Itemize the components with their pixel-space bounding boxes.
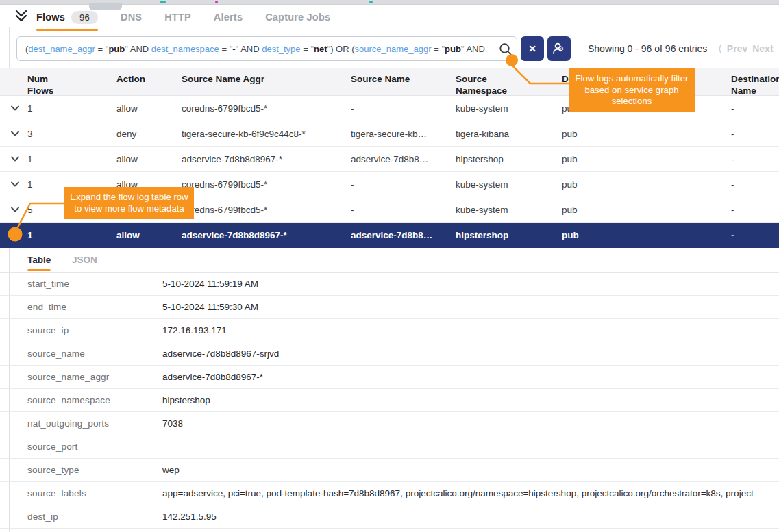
row-expander-chevron-icon[interactable] [11, 172, 19, 197]
detail-row: source_ip172.16.193.171 [0, 319, 779, 342]
cell-num-flows: 3 [27, 121, 33, 146]
detail-key: source_name_aggr [27, 366, 110, 388]
tab-json[interactable]: JSON [72, 248, 97, 272]
detail-value: 7038 [162, 412, 183, 435]
detail-key: source_ip [27, 319, 69, 342]
prev-angle-icon[interactable]: ⟨ [718, 42, 722, 55]
flow-table-body: 1allowcoredns-6799fbcd5-*-kube-systempub… [0, 96, 779, 248]
tab-http[interactable]: HTTP [164, 5, 191, 29]
results-count-text: Showing 0 - 96 of 96 entries [588, 36, 707, 61]
flows-count-badge: 96 [71, 11, 98, 24]
cell-num-flows: 1 [27, 172, 33, 197]
search-icon[interactable] [498, 42, 513, 60]
tab-label: Capture Jobs [265, 12, 330, 23]
cell-source-namespace: kube-system [456, 172, 508, 197]
query-token: pub [445, 44, 461, 54]
detail-value: app=adservice, pci=true, pod-template-ha… [162, 482, 754, 505]
query-token: ) OR ( [330, 44, 354, 54]
detail-value: 172.16.193.171 [162, 319, 227, 342]
cell-source-name-aggr: adservice-7d8b8d8967-* [182, 223, 287, 248]
cell-source-name: adservice-7d8b8… [351, 223, 432, 248]
graph-remnant-magenta [215, 1, 218, 3]
detail-table: start_time5-10-2024 11:59:19 AMend_time5… [0, 273, 779, 529]
cell-source-name: - [351, 197, 354, 222]
tab-table[interactable]: Table [27, 248, 51, 272]
cell-source-name-aggr: adservice-7d8b8d8967-* [182, 147, 282, 171]
column-header-source-namespace: Source Namespace [456, 73, 521, 97]
cell-source-name: - [351, 172, 354, 197]
tab-label: DNS [121, 12, 142, 23]
detail-row: nat_outgoing_ports7038 [0, 412, 779, 435]
flow-row[interactable]: 3denytigera-secure-kb-6f9c9c44c8-*tigera… [0, 121, 779, 147]
tab-label: Flows [36, 12, 65, 23]
filter-query-text: (dest_name_aggr = "pub" AND dest_namespa… [25, 37, 496, 60]
detail-value: adservice-7d8b8d8967-* [162, 366, 263, 388]
detail-tab-bar: Table JSON [0, 248, 779, 273]
cell-source-namespace: kube-system [456, 96, 508, 121]
tab-bar: Flows96DNSHTTPAlertsCapture Jobs [0, 5, 779, 31]
column-header-source-name-aggr: Source Name Aggr [182, 73, 264, 85]
query-token: source_name_aggr [355, 44, 432, 54]
cell-destination-name: - [731, 147, 734, 171]
flow-row[interactable]: 1allowadservice-7d8b8d8967-*adservice-7d… [0, 223, 779, 248]
row-expander-chevron-icon[interactable] [11, 223, 19, 248]
cell-source-name-aggr: coredns-6799fbcd5-* [182, 96, 267, 121]
cell-num-flows: 1 [27, 223, 33, 248]
cell-source-name-aggr: coredns-6799fbcd5-* [182, 197, 267, 222]
tab-capture-jobs[interactable]: Capture Jobs [265, 5, 330, 29]
query-token: AND [238, 44, 262, 54]
cell-dest-name-aggr: pub [562, 197, 578, 222]
cell-num-flows: 1 [27, 96, 33, 121]
detail-key: source_name [27, 342, 85, 365]
cell-destination-name: - [731, 223, 734, 248]
cell-num-flows: 1 [27, 147, 33, 171]
column-header-action: Action [116, 73, 145, 85]
cell-source-namespace: kube-system [456, 197, 508, 222]
detail-key: nat_outgoing_ports [27, 412, 109, 435]
cell-dest-name-aggr: pub [562, 147, 578, 171]
cell-source-namespace: hipstershop [456, 147, 504, 171]
detail-value: 5-10-2024 11:59:30 AM [162, 296, 258, 318]
flow-row[interactable]: 1allowadservice-7d8b8d8967-*adservice-7d… [0, 147, 779, 172]
row-expander-chevron-icon[interactable] [11, 197, 19, 222]
detail-row: source_port [0, 435, 779, 459]
tab-alerts[interactable]: Alerts [214, 5, 243, 29]
detail-row: source_namespacehipstershop [0, 389, 779, 412]
cell-source-namespace: hipstershop [456, 223, 508, 248]
query-token: dest_type [262, 44, 300, 54]
graph-remnant-teal [160, 1, 166, 3]
next-button[interactable]: Next [752, 43, 773, 54]
detail-row: end_time5-10-2024 11:59:30 AM [0, 296, 779, 319]
prev-button[interactable]: Prev [727, 43, 747, 54]
detail-row: start_time5-10-2024 11:59:19 AM [0, 273, 779, 296]
cell-action: deny [116, 121, 136, 146]
query-token: = [219, 44, 230, 54]
detail-row: source_labelsapp=adservice, pci=true, po… [0, 482, 779, 505]
tab-flows[interactable]: Flows96 [36, 5, 98, 29]
row-expander-chevron-icon[interactable] [11, 147, 19, 171]
clear-filter-button[interactable]: ✕ [521, 36, 544, 61]
row-expander-chevron-icon[interactable] [11, 96, 19, 121]
pagination: ⟨ Prev Next ⟩ [718, 36, 779, 61]
query-token: AND [464, 44, 484, 54]
query-token: dest_name_aggr [28, 44, 95, 54]
cell-destination-name: - [731, 96, 734, 121]
cell-destination-name: - [731, 172, 734, 197]
person-gear-icon: ⚙ [552, 41, 567, 56]
query-token: dest_namespace [151, 44, 219, 54]
query-token: pub [108, 44, 125, 54]
collapse-panel-icon[interactable] [14, 8, 29, 25]
user-settings-button[interactable]: ⚙ [547, 36, 571, 61]
cell-destination-name: - [731, 121, 734, 146]
tab-dns[interactable]: DNS [121, 5, 142, 29]
row-expander-chevron-icon[interactable] [11, 121, 19, 146]
detail-row: source_name_aggradservice-7d8b8d8967-* [0, 366, 779, 389]
query-token: = [301, 44, 311, 54]
column-header-destination-name: Destination Name [731, 73, 779, 97]
detail-value: adservice-7d8b8d8967-srjvd [162, 342, 279, 365]
detail-value: hipstershop [162, 389, 210, 411]
filter-query-input[interactable]: (dest_name_aggr = "pub" AND dest_namespa… [16, 36, 517, 61]
flow-logs-panel: Flows96DNSHTTPAlertsCapture Jobs (dest_n… [0, 0, 779, 532]
detail-row: source_typewep [0, 459, 779, 482]
detail-value: 5-10-2024 11:59:19 AM [162, 273, 258, 295]
